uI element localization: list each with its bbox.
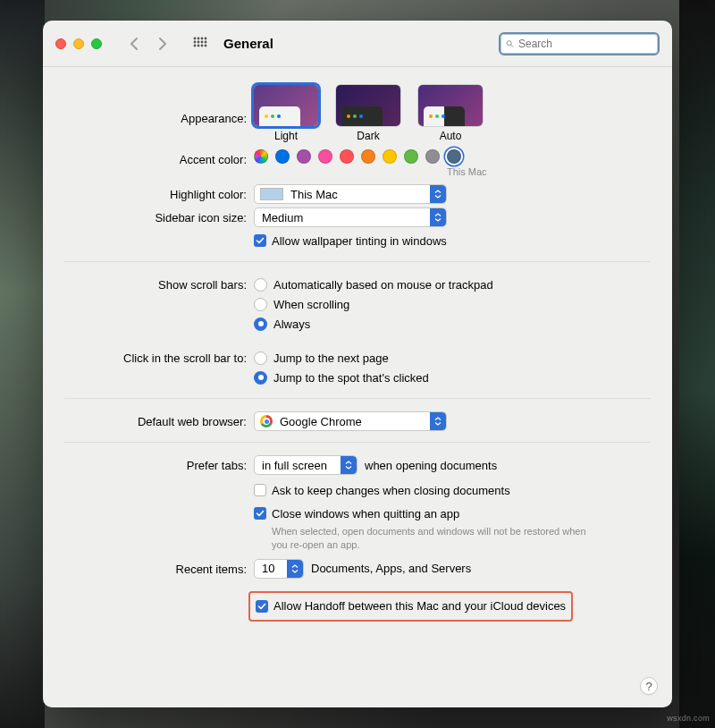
click-scrollbar-radio-nextpage[interactable]: Jump to the next page: [254, 348, 389, 368]
scrollbars-radio-auto[interactable]: Automatically based on mouse or trackpad: [254, 275, 493, 294]
checkbox-icon: [256, 600, 268, 613]
forward-button[interactable]: [154, 38, 172, 50]
handoff-label: Allow Handoff between this Mac and your …: [273, 599, 566, 613]
svg-point-6: [201, 40, 204, 43]
radio-icon: [254, 371, 267, 385]
accent-swatch-orange[interactable]: [361, 149, 375, 164]
close-windows-checkbox[interactable]: Close windows when quitting an app: [254, 504, 459, 523]
chrome-icon: [260, 415, 273, 427]
browser-label: Default web browser:: [64, 411, 254, 428]
back-button[interactable]: [125, 38, 143, 50]
prefer-tabs-label: Prefer tabs:: [64, 455, 254, 472]
highlight-label: Highlight color:: [64, 184, 254, 201]
svg-point-7: [205, 40, 207, 43]
svg-point-4: [194, 40, 197, 43]
divider: [64, 261, 651, 262]
appearance-option-dark[interactable]: Dark: [336, 85, 400, 142]
accent-swatch-green[interactable]: [404, 149, 418, 164]
svg-point-11: [205, 44, 207, 47]
accent-swatch-graphite[interactable]: [425, 149, 440, 164]
chevron-updown-icon: [430, 412, 446, 430]
browser-select[interactable]: Google Chrome: [254, 411, 447, 431]
dark-thumbnail-icon: [336, 85, 400, 126]
radio-icon: [254, 298, 267, 311]
recent-items-select[interactable]: 10: [254, 559, 304, 579]
appearance-light-label: Light: [274, 130, 298, 142]
svg-point-2: [201, 37, 204, 39]
prefer-tabs-suffix: when opening documents: [365, 459, 497, 472]
sidebar-size-label: Sidebar icon size:: [64, 207, 254, 224]
scrollbars-radio-scrolling[interactable]: When scrolling: [254, 294, 349, 314]
appearance-option-auto[interactable]: Auto: [418, 85, 483, 142]
divider: [64, 398, 651, 399]
click-scrollbar-radio-clicked[interactable]: Jump to the spot that's clicked: [254, 368, 429, 387]
sidebar-size-value: Medium: [255, 211, 430, 224]
handoff-checkbox[interactable]: Allow Handoff between this Mac and your …: [256, 597, 566, 616]
help-button[interactable]: ?: [640, 677, 658, 695]
search-icon: [506, 38, 514, 49]
zoom-icon[interactable]: [91, 38, 102, 49]
watermark-text: wsxdn.com: [667, 714, 710, 723]
desktop-wallpaper-right: [679, 0, 715, 728]
highlight-swatch-icon: [260, 188, 283, 200]
click-scrollbar-label: Click in the scroll bar to:: [64, 348, 254, 365]
chevron-updown-icon: [341, 456, 357, 474]
search-field[interactable]: [499, 32, 660, 55]
chevron-updown-icon: [430, 185, 446, 203]
highlight-color-select[interactable]: This Mac: [254, 184, 447, 204]
window-toolbar: General: [43, 21, 672, 67]
svg-line-13: [511, 45, 513, 47]
accent-swatch-yellow[interactable]: [383, 149, 397, 164]
close-windows-label: Close windows when quitting an app: [272, 507, 459, 521]
appearance-dark-label: Dark: [357, 130, 379, 142]
svg-point-3: [205, 37, 207, 39]
chevron-updown-icon: [287, 560, 303, 578]
accent-swatch-thismac[interactable]: [447, 149, 461, 164]
svg-point-1: [198, 37, 200, 39]
window-title: General: [223, 36, 273, 51]
accent-hint: This Mac: [447, 166, 487, 177]
recent-items-value: 10: [255, 562, 287, 575]
wallpaper-tint-checkbox[interactable]: Allow wallpaper tinting in windows: [254, 231, 447, 250]
wallpaper-tint-label: Allow wallpaper tinting in windows: [272, 234, 447, 248]
chevron-updown-icon: [430, 208, 446, 226]
accent-swatch-red[interactable]: [340, 149, 354, 164]
checkbox-icon: [254, 484, 266, 496]
accent-swatch-blue[interactable]: [275, 149, 290, 164]
svg-point-5: [198, 40, 200, 43]
checkbox-icon: [254, 234, 266, 247]
close-windows-subtext: When selected, open documents and window…: [272, 525, 602, 552]
radio-icon: [254, 278, 267, 292]
light-thumbnail-icon: [254, 85, 318, 126]
appearance-option-light[interactable]: Light: [254, 85, 318, 142]
radio-icon: [254, 351, 267, 365]
prefer-tabs-select[interactable]: in full screen: [254, 455, 358, 475]
sidebar-size-select[interactable]: Medium: [254, 207, 447, 227]
scrollbars-label: Show scroll bars:: [64, 275, 254, 292]
show-all-button[interactable]: [193, 37, 207, 51]
appearance-auto-label: Auto: [440, 130, 462, 142]
scrollbars-radio-always[interactable]: Always: [254, 314, 310, 334]
accent-swatch-purple[interactable]: [297, 149, 311, 164]
accent-color-row: [254, 149, 461, 164]
highlight-value: This Mac: [283, 188, 430, 201]
preferences-window: General Appearance: Light Dark: [43, 21, 672, 707]
nav-group: [125, 38, 172, 50]
ask-keep-checkbox[interactable]: Ask to keep changes when closing documen…: [254, 480, 510, 500]
recent-items-label: Recent items:: [64, 559, 254, 576]
search-input[interactable]: [518, 38, 652, 50]
divider: [64, 442, 651, 443]
accent-swatch-multicolor[interactable]: [254, 149, 268, 164]
prefer-tabs-value: in full screen: [255, 459, 341, 472]
svg-point-8: [194, 44, 197, 47]
auto-thumbnail-icon: [418, 85, 483, 126]
accent-swatch-pink[interactable]: [318, 149, 332, 164]
checkbox-icon: [254, 507, 266, 520]
recent-items-suffix: Documents, Apps, and Servers: [311, 562, 471, 575]
svg-point-0: [194, 37, 197, 39]
radio-icon: [254, 317, 267, 331]
svg-point-9: [198, 44, 200, 47]
minimize-icon[interactable]: [73, 38, 84, 49]
close-icon[interactable]: [55, 38, 66, 49]
svg-point-10: [201, 44, 204, 47]
